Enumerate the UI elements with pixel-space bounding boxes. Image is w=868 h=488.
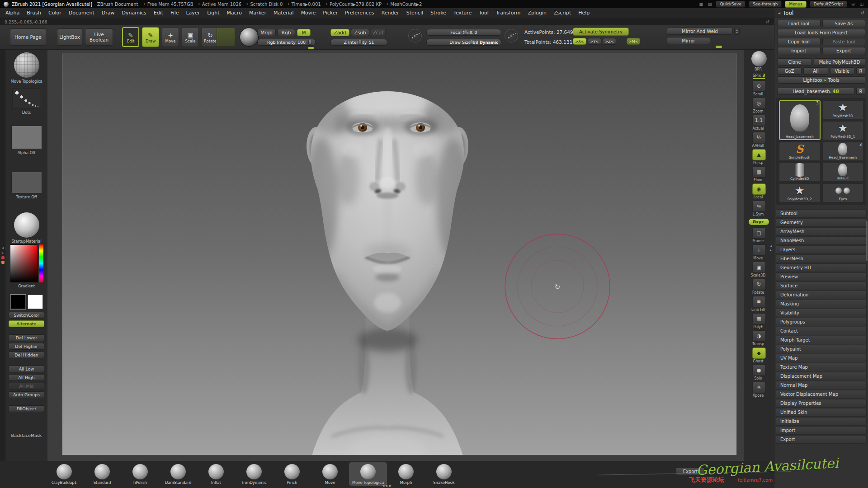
goz-all-button[interactable]: All (803, 67, 828, 75)
menu-item[interactable]: Marker (245, 9, 270, 17)
left-shelf-button[interactable]: All High (9, 374, 44, 381)
symmetry-axis-button[interactable]: >M< (627, 38, 640, 45)
tool-palette-header[interactable]: ◂ Tool ↺ (774, 8, 868, 18)
zsub-button[interactable]: Zsub (351, 29, 369, 36)
right-shelf-button[interactable]: ▲ Persp (752, 149, 766, 165)
brush-slot[interactable]: DamStandard (159, 462, 197, 486)
subpalette-header[interactable]: Import (776, 426, 867, 435)
mirror-and-weld-button[interactable]: Mirror And Weld (667, 28, 733, 35)
brush-slot[interactable]: Move (311, 462, 349, 486)
subpalette-header[interactable]: Masking (776, 300, 867, 308)
menu-item[interactable]: Light (203, 9, 223, 17)
menus-button[interactable]: Menus (785, 1, 806, 8)
symmetry-axis-button[interactable]: >Y< (588, 38, 601, 45)
menu-item[interactable]: Tool (475, 9, 492, 17)
menu-item[interactable]: Edit (150, 9, 167, 17)
right-tray-divider[interactable]: ◂ ▸ (768, 244, 774, 252)
right-shelf-button[interactable]: ≡ Line Fill (751, 296, 766, 312)
brush-slot[interactable]: ClayBuildup1 (45, 462, 83, 486)
right-shelf-button[interactable]: ▣ Scale3D (751, 262, 767, 277)
mode-button[interactable]: + Move (162, 27, 179, 47)
left-shelf-button[interactable]: FillObject (9, 405, 44, 412)
right-shelf-button[interactable]: ▢ Frame (752, 227, 766, 243)
menu-item[interactable]: Material (270, 9, 297, 17)
reset-icon[interactable]: ↺ (766, 19, 769, 24)
tool-thumbnail[interactable]: PolyMesh3D (822, 100, 864, 119)
quicksave-button[interactable]: QuickSave (716, 1, 745, 8)
make-polymesh3d-button[interactable]: Make PolyMesh3D (814, 58, 865, 66)
layout-rows-icon[interactable]: ▤ (707, 2, 713, 6)
menu-item[interactable]: Picker (319, 9, 341, 17)
export-button[interactable]: Export (822, 47, 866, 54)
activate-symmetry-button[interactable]: Activate Symmetry (573, 28, 629, 36)
brush-slot[interactable]: Inflat (197, 462, 235, 486)
current-texture-thumbnail[interactable]: Texture Off (5, 172, 47, 199)
divider-expand-icon[interactable]: ▸ (770, 248, 772, 252)
draw-size-curve-icon[interactable] (505, 29, 518, 42)
saturation-value-square[interactable] (10, 244, 38, 282)
rgb-button[interactable]: Rgb (277, 29, 295, 36)
subpalette-header[interactable]: Geometry (776, 218, 867, 227)
menu-item[interactable]: Preferences (341, 9, 378, 17)
menu-item[interactable]: Movie (297, 9, 320, 17)
subpalette-header[interactable]: Texture Map (776, 363, 867, 371)
panel-left-icon[interactable]: ⊞ (850, 2, 856, 6)
left-shelf-button[interactable]: SwitchColor (9, 312, 44, 319)
primary-color-swatch[interactable] (10, 295, 26, 309)
right-shelf-button[interactable]: Gxyz (749, 218, 769, 226)
menu-item[interactable]: Dynamics (118, 9, 150, 17)
load-tool-button[interactable]: Load Tool (777, 20, 821, 27)
subpalette-header[interactable]: UV Map (776, 354, 867, 362)
import-button[interactable]: Import (777, 47, 821, 54)
subpalette-header[interactable]: Preview (776, 272, 867, 281)
divider-expand-icon[interactable]: ▸ (2, 251, 4, 255)
divider-collapse-icon[interactable]: ◂ (2, 246, 4, 250)
menu-item[interactable]: Macro (223, 9, 245, 17)
zadd-button[interactable]: Zadd (330, 29, 349, 36)
tool-r-button[interactable]: R (856, 88, 865, 95)
subpalette-header[interactable]: Subtool (776, 209, 867, 218)
divider-collapse-icon[interactable]: ◂ (770, 244, 772, 248)
subpalette-header[interactable]: Layers (776, 245, 867, 254)
menu-item[interactable]: Alpha (2, 9, 23, 17)
current-material-sphere[interactable] (240, 28, 259, 47)
subpalette-header[interactable]: Vector Displacement Map (776, 390, 867, 399)
current-material-thumbnail[interactable]: StartupMaterial (5, 212, 47, 244)
symmetry-axis-button[interactable]: >X< (573, 38, 586, 45)
tool-thumbnail[interactable]: Cylinder3D (779, 163, 821, 182)
subpalette-header[interactable]: Contact (776, 327, 867, 335)
left-shelf-button[interactable]: Del Higher (9, 343, 44, 350)
paste-tool-button[interactable]: Paste Tool (822, 38, 866, 45)
subpalette-header[interactable]: ArrayMesh (776, 227, 867, 236)
menu-item[interactable]: Zscript (550, 9, 575, 17)
symmetry-axis-button[interactable]: >Z< (603, 38, 616, 45)
brush-slot[interactable]: Standard (83, 462, 121, 486)
subpalette-header[interactable]: Polygroups (776, 318, 867, 326)
left-shelf-button[interactable]: Alternate (9, 320, 44, 327)
focal-shift-slider[interactable]: Focal Shift 0 (426, 29, 501, 36)
subpalette-header[interactable]: Geometry HD (776, 263, 867, 272)
restore-icon[interactable]: ↺ (861, 10, 864, 15)
menu-item[interactable]: Brush (23, 9, 45, 17)
right-shelf-button[interactable]: ⇋ L.Sym (752, 201, 766, 216)
dynamic-mode-label[interactable]: Dynamic (480, 40, 498, 45)
subpalette-header[interactable]: Unified Skin (776, 408, 867, 417)
right-shelf-button[interactable]: ● Solo (752, 365, 766, 380)
load-tools-from-project-button[interactable]: Load Tools From Project (777, 29, 865, 36)
subpalette-header[interactable]: Visibility (776, 309, 867, 317)
subpalette-header[interactable]: Display Properties (776, 399, 867, 408)
brush-slot[interactable]: Move Topologica (349, 462, 387, 486)
mode-button[interactable]: ✎ Edit (122, 27, 139, 47)
subpalette-header[interactable]: Normal Map (776, 381, 867, 389)
subpalette-header[interactable]: Morph Target (776, 336, 867, 344)
spinner-icon[interactable]: ▴ ▾ (734, 28, 740, 35)
menu-item[interactable]: Render (378, 9, 403, 17)
hue-strip[interactable] (39, 244, 43, 282)
tool-thumbnail[interactable]: PolyMesh3D_1 (822, 121, 864, 140)
menu-item[interactable]: File (167, 9, 182, 17)
right-shelf-button[interactable]: ▦ Floor (752, 166, 766, 182)
current-brush-thumbnail[interactable]: Move Topologica (5, 52, 47, 84)
tool-thumbnail[interactable]: PolyMesh3D_2 (779, 183, 821, 202)
spinner-down-icon[interactable]: ▾ (736, 31, 737, 34)
menu-item[interactable]: Layer (182, 9, 203, 17)
